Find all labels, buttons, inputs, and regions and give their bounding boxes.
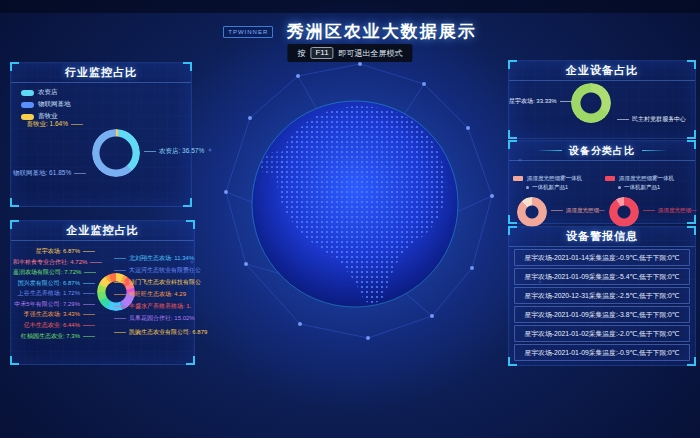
alarm-row: 星宇农场-2020-12-31采集温度:-2.5℃,低于下限:0℃ xyxy=(514,287,690,304)
panel-device-ratio: 企业设备占比 星宇农场: 33.33% 民主村党群服务中心 xyxy=(508,60,696,139)
enterprise-label: 和丰粮食专业合作社: 4.72% xyxy=(13,258,95,267)
device-donut-chart xyxy=(571,83,611,123)
enterprise-label: 北刘翔生态农场: 11.34% xyxy=(114,254,194,263)
enterprise-label: 丰盛水产养殖养殖场: 1. xyxy=(114,302,191,311)
enterprise-label: 嘉润农场有限公司: 7.72% xyxy=(13,268,95,277)
chart-label-farm: 星宇农场: 33.33% xyxy=(509,97,567,106)
hint-prefix: 按 xyxy=(297,48,305,59)
panel-title-device: 企业设备占比 xyxy=(509,61,695,81)
corner-bracket xyxy=(508,130,517,139)
enterprise-label: 大运河生态牧业有限责任公 xyxy=(114,266,201,275)
dashboard: TPWINNER 秀洲区农业大数据展示 按 F11 即可退出全屏模式 行业监控占… xyxy=(0,0,700,438)
industry-legend: 农资店 物联网基地 畜牧业 xyxy=(21,88,71,124)
legend-swatch xyxy=(513,176,523,181)
sub-label: 一体机新产品1 xyxy=(618,184,695,191)
title-decoration xyxy=(642,150,668,151)
enterprise-label: 中禾5年有限公司: 7.29% xyxy=(13,300,95,309)
panel-title-alarms: 设备警报信息 xyxy=(509,227,695,247)
hint-suffix: 即可退出全屏模式 xyxy=(339,48,403,59)
class-chart-left: 温湿度光照烟雾一体机 一体机新产品1 温湿度光照烟— xyxy=(513,175,603,221)
legend-item[interactable]: 温湿度光照烟雾一体机 xyxy=(513,175,603,182)
corner-bracket xyxy=(10,62,19,71)
corner-bracket xyxy=(687,130,696,139)
sub-label: 一体机新产品1 xyxy=(526,184,603,191)
corner-bracket xyxy=(687,60,696,69)
panel-industry-ratio: 行业监控占比 农资店 物联网基地 畜牧业 畜牧业: 1.64% 农资店: 36.… xyxy=(10,62,192,207)
class-chart-right: 温湿度光照烟雾一体机 一体机新产品1 温湿度光照烟— xyxy=(605,175,695,221)
class-donut-right xyxy=(609,197,639,227)
enterprise-label: 李强生态农场: 3.43% xyxy=(13,310,95,319)
industry-donut-chart xyxy=(92,129,140,177)
class-donut-left xyxy=(517,197,547,227)
corner-bracket xyxy=(183,62,192,71)
chart-label-iot: 物联网基地: 61.85% xyxy=(13,169,85,178)
legend-item[interactable]: 温湿度光照烟雾一体机 xyxy=(605,175,695,182)
corner-bracket xyxy=(687,226,696,235)
legend-swatch xyxy=(21,114,34,120)
enterprise-label: 绿门飞生态农业科技有限公 xyxy=(114,278,201,287)
enterprise-label: 瓜果花园合作社: 15.02% xyxy=(114,314,195,323)
panel-title-enterprise: 企业监控占比 xyxy=(11,221,194,241)
legend-label: 温湿度光照烟雾一体机 xyxy=(527,175,582,182)
enterprise-label: 国兴发有限公司: 6.87% xyxy=(13,279,95,288)
chart-label: 温湿度光照烟— xyxy=(643,207,697,214)
corner-bracket xyxy=(183,198,192,207)
corner-bracket xyxy=(508,60,517,69)
alarm-row: 星宇农场-2021-01-09采集温度:-0.9℃,低于下限:0℃ xyxy=(514,344,690,361)
legend-item[interactable]: 物联网基地 xyxy=(21,100,71,109)
panel-enterprise-ratio: 企业监控占比 星宇农场: 6.87% 和丰粮食专业合作社: 4.72% 嘉润农场… xyxy=(10,220,195,365)
corner-bracket xyxy=(687,140,696,149)
header: TPWINNER 秀洲区农业大数据展示 xyxy=(0,20,700,43)
chart-label-livestock: 畜牧业: 1.64% xyxy=(17,120,83,129)
enterprise-label: 星宇农场: 6.87% xyxy=(13,247,95,256)
legend-label: 农资店 xyxy=(38,88,58,97)
corner-bracket xyxy=(186,356,195,365)
panel-title-text: 设备分类占比 xyxy=(569,141,635,160)
enterprise-label: 上谷生态养殖场: 1.72% xyxy=(13,289,95,298)
panel-title-class: 设备分类占比 xyxy=(509,141,695,161)
alarm-row: 星宇农场-2021-01-09采集温度:-3.8℃,低于下限:0℃ xyxy=(514,306,690,323)
enterprise-label: 凯豌生态农业有限公司: 6.879 xyxy=(114,328,207,337)
corner-bracket xyxy=(10,198,19,207)
legend-swatch xyxy=(21,90,34,96)
legend-item[interactable]: 农资店 xyxy=(21,88,71,97)
alarm-row: 星宇农场-2021-01-09采集温度:-5.4℃,低于下限:0℃ xyxy=(514,268,690,285)
enterprise-label: 红柚园生态农业: 7.3% xyxy=(13,332,95,341)
title-decoration xyxy=(536,150,562,151)
chart-label-store: 农资店: 36.57% xyxy=(144,147,204,156)
legend-swatch xyxy=(21,102,34,108)
legend-swatch xyxy=(605,176,615,181)
panel-device-class: 设备分类占比 温湿度光照烟雾一体机 一体机新产品1 温湿度光照烟— 温湿度光照烟… xyxy=(508,140,696,224)
legend-label: 物联网基地 xyxy=(38,100,71,109)
corner-bracket xyxy=(508,140,517,149)
enterprise-label: 亿丰生态农业: 6.44% xyxy=(13,321,95,330)
corner-bracket xyxy=(186,220,195,229)
panel-alarms: 设备警报信息 星宇农场-2021-01-14采集温度:-0.9℃,低于下限:0℃… xyxy=(508,226,696,366)
chart-label: 温湿度光照烟— xyxy=(551,207,605,214)
corner-bracket xyxy=(10,356,19,365)
enterprise-label: 鸣旺旺生态农场: 4.29 xyxy=(114,290,186,299)
panel-title-industry: 行业监控占比 xyxy=(11,63,191,83)
fullscreen-hint: 按 F11 即可退出全屏模式 xyxy=(287,44,412,62)
f11-key-badge: F11 xyxy=(310,47,333,59)
corner-bracket xyxy=(508,226,517,235)
legend-label: 温湿度光照烟雾一体机 xyxy=(619,175,674,182)
brand-logo: TPWINNER xyxy=(223,26,273,38)
page-title: 秀洲区农业大数据展示 xyxy=(287,20,477,43)
alarm-row: 星宇农场-2021-01-14采集温度:-0.9℃,低于下限:0℃ xyxy=(514,249,690,266)
alarm-row: 星宇农场-2021-01-02采集温度:-2.0℃,低于下限:0℃ xyxy=(514,325,690,342)
chart-label-center: 民主村党群服务中心 xyxy=(617,115,686,124)
corner-bracket xyxy=(10,220,19,229)
